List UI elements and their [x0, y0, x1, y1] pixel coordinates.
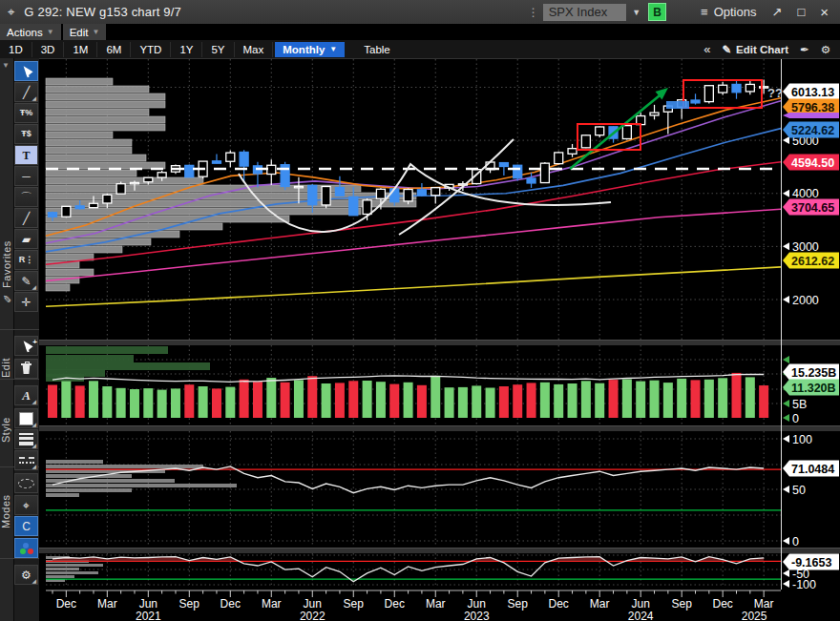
color-swatch-tool[interactable]: ◢ — [14, 408, 38, 428]
select-add-cursor-tool[interactable]: + — [14, 336, 38, 356]
candle — [62, 206, 71, 217]
candle — [691, 100, 700, 103]
main-price-panel[interactable] — [46, 59, 781, 588]
month-axis-label: Mar — [590, 597, 610, 611]
volume-bar — [130, 389, 139, 418]
font-style-tool-glyph: A — [22, 389, 31, 402]
period-button-6m[interactable]: 6M — [97, 42, 131, 57]
chart-settings-gear[interactable]: ⚙◢ — [14, 565, 38, 585]
retracement-price-tool[interactable]: Ŧ$ — [14, 124, 38, 144]
multicolor-mode-tool[interactable] — [14, 538, 38, 558]
options-menu[interactable]: ≡ Options — [701, 5, 756, 19]
candle — [581, 135, 590, 148]
ellipse-mode-tool[interactable] — [14, 473, 38, 493]
month-axis-label: Dec — [385, 597, 405, 611]
volume-profile-bar — [46, 269, 94, 276]
candle — [404, 190, 412, 201]
chevron-down-icon[interactable]: ▼ — [2, 61, 10, 70]
price-tag-label: 71.0484 — [791, 463, 834, 476]
settings-gear-icon[interactable]: ⚙ — [821, 43, 830, 56]
pencil-draw-tool[interactable]: ✎◢ — [14, 271, 38, 291]
maximize-icon[interactable]: □ — [797, 5, 805, 19]
font-style-tool[interactable]: A◢ — [14, 385, 38, 405]
candle — [130, 182, 138, 183]
channel-tool[interactable]: ▰ — [14, 229, 38, 249]
trend-segment-tool[interactable]: ╱ — [14, 208, 38, 228]
williams-panel[interactable] — [46, 555, 781, 585]
candle — [75, 206, 84, 209]
volume-bar — [663, 383, 673, 418]
period-button-3d[interactable]: 3D — [32, 42, 65, 57]
annotate-icon[interactable]: ✒ — [800, 43, 809, 56]
volume-bar — [650, 381, 660, 418]
drag-handle-icon[interactable]: ⋮ — [528, 6, 539, 19]
candle — [650, 113, 659, 115]
security-input[interactable]: SPX Index — [543, 4, 626, 21]
cursor-arrow-icon — [21, 65, 32, 77]
period-button-1y[interactable]: 1Y — [171, 42, 202, 57]
menu-icon: ≡ — [701, 5, 708, 19]
period-button-ytd[interactable]: YTD — [131, 42, 171, 57]
edit-chart-button[interactable]: ✎ Edit Chart — [722, 43, 788, 56]
line-style-tool[interactable]: ◢ — [14, 450, 38, 470]
candle — [390, 189, 399, 202]
price-tag-label: 5224.62 — [791, 124, 834, 137]
period-button-1m[interactable]: 1M — [64, 42, 97, 57]
actions-menu[interactable]: Actions▼ — [0, 24, 61, 40]
close-icon[interactable]: × — [820, 4, 829, 20]
pin-mode-tool[interactable]: ⌖ — [14, 495, 38, 515]
chart-canvas[interactable]: 50004000300020006013.135796.385224.62459… — [0, 0, 840, 621]
delete-annotation-tool[interactable] — [14, 359, 38, 379]
move-window-icon[interactable]: ⌖ — [8, 5, 14, 20]
volume-bar — [199, 386, 208, 418]
volume-bar — [472, 385, 481, 418]
arc-tool[interactable]: ⌒ — [14, 187, 38, 207]
axis-tick-label: 3000 — [792, 240, 819, 254]
volume-profile-bar — [46, 139, 132, 146]
regression-tool[interactable]: R⋮ — [14, 250, 38, 270]
volume-bar — [404, 383, 413, 418]
month-axis-label: Sep — [179, 597, 200, 611]
text-annotation-tool-glyph: T — [22, 150, 30, 161]
axis-tick-label: 2000 — [792, 294, 819, 307]
candle — [540, 163, 549, 182]
period-button-max[interactable]: Max — [235, 42, 274, 57]
table-button[interactable]: Table — [352, 42, 402, 57]
month-axis-label: Mar — [262, 597, 282, 611]
sidebar-section-style[interactable]: Style — [0, 397, 13, 464]
popout-icon[interactable]: ↗ — [771, 5, 782, 19]
axis-tick-label: -100 — [792, 578, 816, 591]
candle — [144, 177, 153, 182]
edit-menu[interactable]: Edit▼ — [63, 24, 107, 40]
volume-profile-bar — [46, 78, 113, 85]
sidebar-section-favorites[interactable]: ✎ Favorites — [0, 197, 13, 349]
regression-tool-glyph: R⋮ — [19, 256, 34, 264]
rsi-panel[interactable] — [46, 439, 781, 541]
trendline-tool[interactable]: ╱◢ — [14, 82, 38, 102]
candle — [308, 185, 317, 204]
volume-bar — [568, 383, 578, 418]
period-button-1d[interactable]: 1D — [0, 42, 32, 57]
candle — [267, 165, 276, 174]
period-button-5y[interactable]: 5Y — [202, 42, 234, 57]
month-axis-label: Jun — [468, 597, 486, 611]
sidebar-section-edit[interactable]: Edit — [0, 344, 13, 392]
security-dropdown-icon[interactable]: ▼ — [632, 8, 640, 17]
select-cursor-tool[interactable] — [14, 61, 38, 81]
horizontal-line-tool[interactable]: ─ — [14, 166, 38, 186]
axis-tick-label: 4000 — [792, 187, 819, 200]
move-tool[interactable]: ✛ — [14, 292, 38, 312]
text-annotation-tool[interactable]: T — [14, 145, 38, 165]
volume-panel[interactable] — [46, 346, 781, 418]
arc-tool-glyph: ⌒ — [21, 192, 32, 203]
sidebar-section-strip: ▼ ✎ FavoritesEditStyleModes — [0, 58, 14, 621]
candle — [158, 173, 166, 177]
collapse-toolbar-icon[interactable]: « — [704, 42, 710, 56]
volume-bar — [417, 385, 427, 418]
interval-dropdown[interactable]: Monthly▼ — [275, 42, 345, 57]
panel-badge[interactable]: B — [648, 3, 666, 21]
sidebar-section-modes[interactable]: Modes — [0, 468, 13, 554]
retracement-percent-tool[interactable]: Ŧ% — [14, 103, 38, 123]
magnet-mode-tool[interactable]: C — [14, 516, 38, 536]
line-width-tool[interactable]: ◢ — [14, 429, 38, 449]
